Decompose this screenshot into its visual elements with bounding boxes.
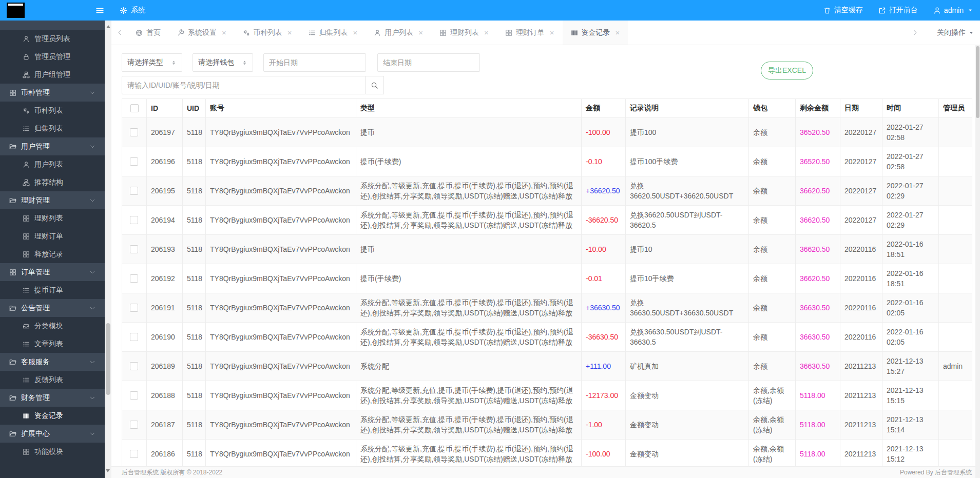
sidebar-item-label: 币种管理	[21, 88, 50, 97]
scrollbar-down-arrow-icon[interactable]	[106, 469, 110, 474]
row-checkbox[interactable]	[130, 245, 138, 253]
sidebar-item[interactable]: 管理员列表	[0, 30, 105, 48]
chevron-down-icon	[89, 144, 95, 150]
sidebar-item[interactable]: 管理员管理	[0, 48, 105, 66]
tab-close-icon[interactable]: ×	[222, 29, 226, 36]
menu-toggle-icon[interactable]	[95, 6, 104, 15]
sidebar-item-label: 理财列表	[34, 214, 63, 223]
tab-3[interactable]: 归集列表×	[300, 21, 366, 45]
row-checkbox[interactable]	[130, 333, 138, 341]
sidebar-item[interactable]: 反馈列表	[0, 371, 105, 389]
user-icon	[933, 7, 941, 14]
close-operations-dropdown[interactable]: 关闭操作	[937, 28, 974, 37]
sidebar-item[interactable]: 资金记录	[0, 407, 105, 425]
sidebar-item[interactable]: 币种列表	[0, 102, 105, 120]
sidebar-item-label: 管理员管理	[34, 52, 70, 62]
select-all-checkbox[interactable]	[130, 104, 139, 112]
scrollbar-up-arrow-icon[interactable]	[106, 23, 110, 28]
row-checkbox[interactable]	[130, 421, 138, 429]
tab-2[interactable]: 币种列表×	[235, 21, 300, 45]
sidebar-item[interactable]: 用户组管理	[0, 66, 105, 84]
tabs-scroll-right-button[interactable]	[912, 29, 918, 36]
tab-4[interactable]: 用户列表×	[366, 21, 431, 45]
sidebar-item[interactable]: 推荐结构	[0, 173, 105, 191]
cell-account: TY8QrBygiux9mBQXjTaEv7VvPPcoAwckon	[206, 381, 356, 410]
sidebar-item[interactable]: 功能模块	[0, 443, 105, 461]
sidebar-item[interactable]: 理财订单	[0, 227, 105, 245]
open-frontend-button[interactable]: 打开前台	[878, 6, 918, 15]
sidebar-item[interactable]: 分类模块	[0, 317, 105, 335]
sidebar-scrolled-group-edge	[0, 21, 105, 30]
tab-close-icon[interactable]: ×	[287, 29, 292, 36]
page-scrollbar-thumb[interactable]	[976, 46, 979, 118]
cell-type: 系统分配,等级更新,充值,提币,提币(手续费),提币(退还),预约,预约(退还)…	[356, 176, 582, 206]
table-row: 2061895118TY8QrBygiux9mBQXjTaEv7VvPPcoAw…	[122, 352, 972, 381]
sidebar-group[interactable]: 用户管理	[0, 137, 105, 155]
tab-close-icon[interactable]: ×	[484, 29, 489, 36]
cell-uid: 5118	[183, 118, 206, 147]
start-date-input[interactable]	[263, 53, 366, 72]
sidebar-group[interactable]: 扩展中心	[0, 425, 105, 443]
tab-close-icon[interactable]: ×	[616, 29, 620, 36]
cell-amount: -100.00	[582, 118, 626, 147]
system-menu[interactable]: 系统	[120, 0, 145, 21]
row-checkbox[interactable]	[130, 157, 138, 166]
tab-5[interactable]: 理财列表×	[431, 21, 497, 45]
search-button[interactable]	[366, 76, 384, 94]
sidebar-scrollbar[interactable]	[105, 21, 111, 478]
row-checkbox[interactable]	[130, 304, 138, 312]
sidebar-item[interactable]: 理财列表	[0, 209, 105, 227]
cell-account: TY8QrBygiux9mBQXjTaEv7VvPPcoAwckon	[206, 264, 356, 293]
cell-time: 2022-01-16 18:51	[882, 235, 939, 264]
sidebar-item-label: 用户组管理	[34, 70, 70, 79]
cell-date: 20211213	[840, 381, 882, 410]
sidebar-item[interactable]: 释放记录	[0, 245, 105, 263]
search-input[interactable]	[122, 76, 366, 94]
row-checkbox[interactable]	[130, 274, 138, 283]
sidebar-group[interactable]: 订单管理	[0, 263, 105, 281]
sidebar-group[interactable]: 理财管理	[0, 191, 105, 209]
admin-user-menu[interactable]: admin	[933, 6, 973, 14]
row-checkbox[interactable]	[130, 450, 138, 458]
cell-time: 2022-01-27 02:58	[882, 147, 939, 176]
tab-7[interactable]: 资金记录×	[563, 21, 628, 45]
sidebar-item-label: 提币订单	[34, 286, 63, 295]
tabs-scroll-left-button[interactable]	[117, 29, 123, 36]
tab-0[interactable]: 首页	[127, 21, 169, 45]
sidebar-item[interactable]: 提币订单	[0, 281, 105, 299]
list-icon	[309, 29, 316, 36]
sidebar-group[interactable]: 公告管理	[0, 299, 105, 317]
end-date-input[interactable]	[377, 53, 480, 72]
page-scrollbar[interactable]	[975, 45, 980, 478]
trash-icon	[823, 7, 831, 14]
tab-1[interactable]: 系统设置×	[169, 21, 235, 45]
tab-close-icon[interactable]: ×	[418, 29, 423, 36]
row-checkbox[interactable]	[130, 391, 138, 400]
row-checkbox[interactable]	[130, 128, 138, 136]
type-select[interactable]: 请选择类型	[122, 53, 182, 72]
row-checkbox[interactable]	[130, 187, 138, 195]
sidebar-item[interactable]: 用户列表	[0, 155, 105, 173]
table-row: 2061915118TY8QrBygiux9mBQXjTaEv7VvPPcoAw…	[122, 293, 972, 323]
sidebar-item-label: 扩展中心	[21, 429, 50, 439]
row-checkbox[interactable]	[130, 216, 138, 224]
tab-close-icon[interactable]: ×	[550, 29, 554, 36]
sidebar-item[interactable]: 归集列表	[0, 120, 105, 137]
clear-cache-button[interactable]: 清空缓存	[823, 6, 863, 15]
cell-type: 提币	[356, 235, 582, 264]
records-table: IDUID账号类型金额记录说明钱包剩余金额日期时间管理员2061975118TY…	[122, 98, 972, 466]
tab-close-icon[interactable]: ×	[353, 29, 358, 36]
user-icon	[23, 35, 30, 43]
open-frontend-label: 打开前台	[889, 6, 918, 15]
wallet-select[interactable]: 请选择钱包	[193, 53, 253, 72]
tab-6[interactable]: 理财订单×	[497, 21, 563, 45]
sidebar-scrollbar-thumb[interactable]	[106, 323, 110, 395]
row-checkbox[interactable]	[130, 362, 138, 370]
sidebar-group[interactable]: 币种管理	[0, 84, 105, 102]
sidebar-item[interactable]: 文章列表	[0, 335, 105, 353]
sidebar-group[interactable]: 财务管理	[0, 389, 105, 407]
list-icon	[23, 376, 30, 384]
cell-date: 20211213	[840, 410, 882, 440]
cell-uid: 5118	[183, 440, 206, 467]
sidebar-group[interactable]: 客服服务	[0, 353, 105, 371]
